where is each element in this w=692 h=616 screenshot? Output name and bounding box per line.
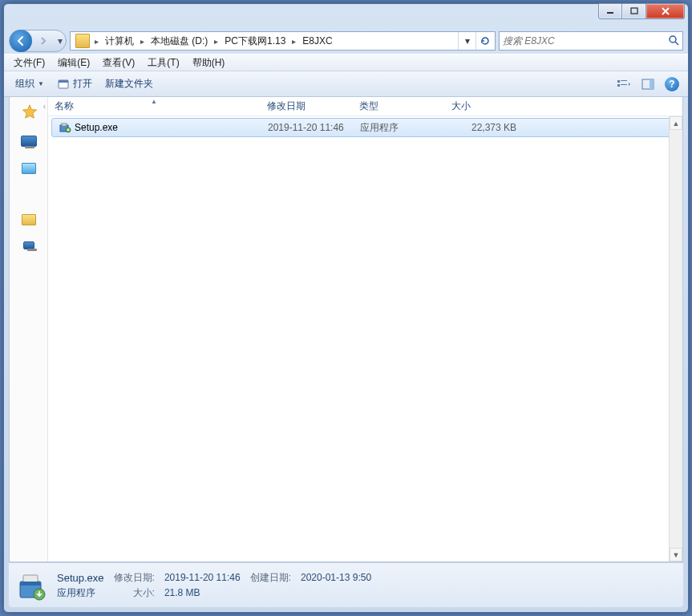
column-date[interactable]: 修改日期 [261, 97, 353, 116]
svg-rect-1 [631, 8, 637, 14]
svg-rect-7 [617, 84, 620, 87]
open-button[interactable]: 打开 [51, 74, 99, 94]
menu-file[interactable]: 文件(F) [7, 56, 51, 70]
details-filetype: 应用程序 [57, 586, 104, 600]
file-name: Setup.exe [75, 122, 118, 133]
column-type[interactable]: 类型 [353, 97, 445, 116]
navigation-pane[interactable]: ‹ [10, 97, 48, 561]
file-type: 应用程序 [354, 121, 446, 135]
sort-ascending-icon: ▲ [151, 98, 157, 105]
svg-rect-0 [607, 12, 613, 14]
forward-button[interactable] [32, 30, 55, 52]
column-size[interactable]: 大小 [445, 97, 525, 116]
search-icon[interactable] [668, 34, 679, 48]
chevron-right-icon[interactable]: ▸ [93, 37, 100, 46]
window-controls [598, 3, 685, 19]
back-button[interactable] [10, 30, 32, 52]
maximize-button[interactable] [622, 3, 646, 19]
chevron-right-icon[interactable]: ▸ [290, 37, 297, 46]
address-bar[interactable]: ▸ 计算机 ▸ 本地磁盘 (D:) ▸ PC下载网1.13 ▸ E8JXC ▾ [70, 31, 496, 51]
view-options-button[interactable] [613, 75, 635, 94]
file-list-area: 名称 ▲ 修改日期 类型 大小 Setup.exe 2019-11-20 11:… [48, 97, 682, 561]
explorer-window: ▾ ▸ 计算机 ▸ 本地磁盘 (D:) ▸ PC下载网1.13 ▸ E8JXC … [3, 3, 689, 613]
address-dropdown[interactable]: ▾ [458, 32, 475, 50]
menu-view[interactable]: 查看(V) [96, 56, 141, 70]
computer-icon[interactable] [21, 136, 37, 147]
navigation-row: ▾ ▸ 计算机 ▸ 本地磁盘 (D:) ▸ PC下载网1.13 ▸ E8JXC … [4, 28, 688, 54]
refresh-button[interactable] [475, 32, 493, 50]
details-created-label: 创建日期: [250, 571, 291, 585]
folder-icon[interactable] [22, 214, 36, 225]
svg-rect-10 [650, 79, 654, 89]
nav-history-dropdown[interactable]: ▾ [55, 35, 66, 47]
details-filename: Setup.exe [57, 572, 104, 584]
scroll-down-icon[interactable]: ▼ [670, 548, 682, 561]
search-input[interactable] [503, 35, 668, 47]
column-headers: 名称 ▲ 修改日期 类型 大小 [48, 97, 682, 116]
installer-icon [59, 121, 71, 134]
svg-rect-8 [621, 84, 627, 85]
drive-icon[interactable] [23, 241, 34, 249]
breadcrumb-folder-2[interactable]: E8JXC [297, 32, 337, 50]
command-bar: 组织▼ 打开 新建文件夹 ? [4, 71, 688, 97]
svg-rect-4 [59, 80, 68, 83]
chevron-right-icon[interactable]: ▸ [212, 37, 220, 46]
chevron-left-icon[interactable]: ‹ [43, 102, 46, 111]
minimize-button[interactable] [598, 3, 622, 19]
details-created: 2020-01-13 9:50 [301, 572, 371, 583]
breadcrumb-drive[interactable]: 本地磁盘 (D:) [146, 32, 212, 50]
help-button[interactable]: ? [661, 75, 683, 94]
title-bar [4, 4, 688, 28]
menu-bar: 文件(F) 编辑(E) 查看(V) 工具(T) 帮助(H) [4, 54, 688, 71]
close-button[interactable] [646, 3, 685, 19]
new-folder-button[interactable]: 新建文件夹 [99, 74, 160, 94]
chevron-right-icon[interactable]: ▸ [139, 37, 146, 46]
svg-rect-16 [20, 582, 41, 586]
installer-large-icon [15, 569, 49, 602]
nav-buttons: ▾ [9, 30, 67, 52]
svg-point-2 [670, 36, 676, 43]
details-modified: 2019-11-20 11:46 [164, 572, 241, 583]
column-name[interactable]: 名称 ▲ [48, 97, 261, 116]
body-area: ‹ 名称 ▲ 修改日期 类型 大小 [9, 97, 683, 562]
favorites-icon[interactable] [21, 103, 37, 120]
svg-rect-6 [621, 80, 627, 81]
organize-button[interactable]: 组织▼ [9, 74, 51, 94]
details-size-label: 大小: [114, 586, 155, 600]
details-modified-label: 修改日期: [114, 571, 155, 585]
scroll-up-icon[interactable]: ▲ [670, 116, 682, 130]
application-icon [57, 78, 70, 91]
details-size: 21.8 MB [164, 587, 241, 598]
preview-pane-button[interactable] [637, 75, 659, 94]
details-text: Setup.exe 修改日期: 2019-11-20 11:46 创建日期: 2… [57, 571, 371, 600]
breadcrumb-computer[interactable]: 计算机 [100, 32, 139, 50]
breadcrumb-folder-1[interactable]: PC下载网1.13 [220, 32, 290, 50]
svg-rect-12 [62, 124, 67, 126]
svg-rect-5 [617, 80, 620, 83]
details-pane: Setup.exe 修改日期: 2019-11-20 11:46 创建日期: 2… [9, 562, 683, 607]
vertical-scrollbar[interactable]: ▲ ▼ [669, 116, 682, 561]
file-date: 2019-11-20 11:46 [261, 122, 354, 133]
file-size: 22,373 KB [446, 122, 523, 133]
search-box[interactable] [499, 31, 683, 51]
folder-location-icon [75, 34, 90, 48]
libraries-icon[interactable] [22, 163, 36, 174]
menu-tools[interactable]: 工具(T) [141, 56, 185, 70]
help-icon: ? [665, 77, 679, 91]
file-row[interactable]: Setup.exe 2019-11-20 11:46 应用程序 22,373 K… [51, 118, 679, 137]
menu-help[interactable]: 帮助(H) [186, 56, 232, 70]
file-rows[interactable]: Setup.exe 2019-11-20 11:46 应用程序 22,373 K… [48, 116, 682, 561]
menu-edit[interactable]: 编辑(E) [51, 56, 96, 70]
